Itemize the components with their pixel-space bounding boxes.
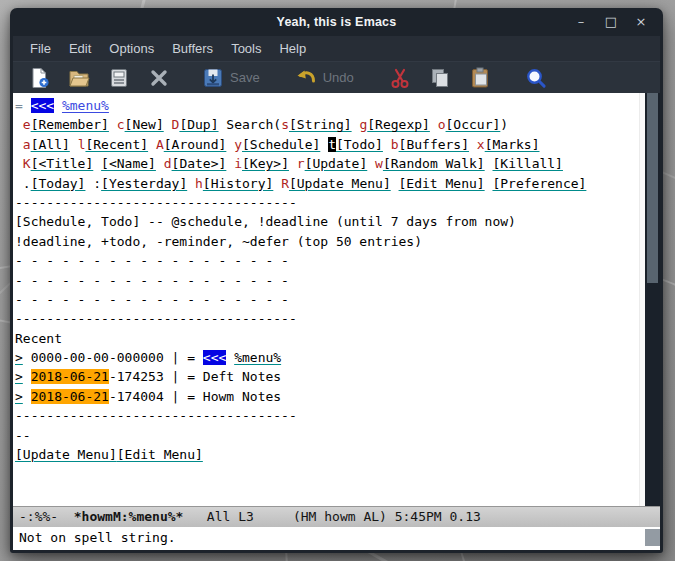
buffer-line: [Update Menu][Edit Menu] xyxy=(15,445,639,464)
shortcut-key: a xyxy=(23,137,31,152)
paste-button[interactable] xyxy=(464,64,496,92)
text-segment xyxy=(156,156,164,171)
text-segment xyxy=(391,176,399,191)
open-folder-button[interactable] xyxy=(63,64,95,92)
buffer-line: > 0000-00-00-000000 | = <<< %menu% xyxy=(15,348,639,367)
menu-link[interactable]: [String] xyxy=(289,117,352,132)
text-segment xyxy=(70,137,78,152)
menu-link[interactable]: [Date>] xyxy=(172,156,227,171)
scrollbar-thumb[interactable] xyxy=(647,93,658,283)
shortcut-key: w xyxy=(375,156,383,171)
cut-button[interactable] xyxy=(384,64,416,92)
text-segment xyxy=(15,156,23,171)
shortcut-key: e xyxy=(23,117,31,132)
menu-link[interactable]: [Random Walk] xyxy=(383,156,485,171)
menu-link[interactable]: [Update] xyxy=(305,156,368,171)
menu-link[interactable]: [Killall] xyxy=(493,156,563,171)
title-bar[interactable]: Yeah, this is Emacs – □ × xyxy=(13,8,660,36)
menu-buffers[interactable]: Buffers xyxy=(163,38,222,59)
menu-link[interactable]: [Edit Menu] xyxy=(117,447,203,462)
buffer-line: -- xyxy=(15,426,639,445)
close-button[interactable]: × xyxy=(630,12,652,32)
menu-link[interactable]: [Buffers] xyxy=(399,137,469,152)
menu-link[interactable]: > xyxy=(15,350,23,365)
menu-link[interactable]: [Today] xyxy=(31,176,86,191)
text-segment xyxy=(383,137,391,152)
buffer-line: !deadline, +todo, -reminder, ~defer (top… xyxy=(15,232,639,251)
menu-link[interactable]: [<Name] xyxy=(101,156,156,171)
shortcut-key: A xyxy=(156,137,164,152)
undo-label: Undo xyxy=(323,70,354,85)
menu-link[interactable]: [Occur] xyxy=(446,117,501,132)
file-cabinet-button[interactable] xyxy=(103,64,135,92)
modeline-coding: -:%%- xyxy=(19,509,74,524)
menu-link[interactable]: [Key>] xyxy=(242,156,289,171)
resize-grip[interactable] xyxy=(645,529,660,546)
emacs-window: Yeah, this is Emacs – □ × File Edit Opti… xyxy=(10,8,663,553)
paste-clipboard-icon xyxy=(468,66,492,90)
menu-link[interactable]: [<Title] xyxy=(31,156,94,171)
buffer-line: K[<Title] [<Name] d[Date>] i[Key>] r[Upd… xyxy=(15,154,639,173)
menu-link[interactable]: [New] xyxy=(125,117,164,132)
menu-link[interactable]: [Marks] xyxy=(485,137,540,152)
buffer-line: e[Remember] c[New] D[Dup] Search(s[Strin… xyxy=(15,115,639,134)
text-segment xyxy=(15,137,23,152)
menu-link[interactable]: [Yesterday] xyxy=(101,176,187,191)
text-segment xyxy=(430,117,438,132)
shortcut-key: r xyxy=(297,156,305,171)
search-button[interactable] xyxy=(520,64,552,92)
menu-link[interactable]: [Remember] xyxy=(31,117,109,132)
menu-link[interactable]: %menu% xyxy=(62,98,109,113)
scrollbar-track[interactable] xyxy=(645,93,660,506)
menu-link[interactable]: %menu% xyxy=(234,350,281,365)
text-segment: !deadline, +todo, -reminder, ~defer (top… xyxy=(15,234,422,249)
minimize-button[interactable]: – xyxy=(570,12,592,32)
shortcut-key: R xyxy=(281,176,289,191)
undo-icon xyxy=(294,66,318,90)
menu-help[interactable]: Help xyxy=(270,38,315,59)
menu-edit[interactable]: Edit xyxy=(60,38,100,59)
copy-button[interactable] xyxy=(424,64,456,92)
menu-link[interactable]: > xyxy=(15,389,23,404)
buffer-line: - - - - - - - - - - - - - - - - - - xyxy=(15,271,639,290)
menu-link[interactable]: [Update Menu] xyxy=(15,447,117,462)
menu-link[interactable]: [Edit Menu] xyxy=(399,176,485,191)
text-segment: -- xyxy=(15,428,31,443)
cut-scissors-icon xyxy=(388,66,412,90)
shortcut-key: s xyxy=(281,117,289,132)
menu-link[interactable]: [Update Menu] xyxy=(289,176,391,191)
text-segment xyxy=(109,117,117,132)
text-segment: [Schedule, Todo] -- @schedule, !deadline… xyxy=(15,214,516,229)
text-segment xyxy=(226,350,234,365)
menu-link[interactable]: [Preference] xyxy=(492,176,586,191)
text-segment: Recent xyxy=(15,331,62,346)
menu-link[interactable]: [Todo] xyxy=(336,137,383,152)
modeline-status: All L3 (HM howm AL) 5:45PM 0.13 xyxy=(183,509,480,524)
buffer-content[interactable]: = <<< %menu% e[Remember] c[New] D[Dup] S… xyxy=(13,93,639,506)
undo-button[interactable]: Undo xyxy=(290,64,358,92)
save-icon xyxy=(201,66,225,90)
close-buffer-button[interactable] xyxy=(143,64,175,92)
close-x-icon xyxy=(147,66,171,90)
menu-file[interactable]: File xyxy=(21,38,60,59)
menu-tools[interactable]: Tools xyxy=(222,38,270,59)
menu-link[interactable]: [All] xyxy=(31,137,70,152)
menu-link[interactable]: [Around] xyxy=(164,137,227,152)
menu-link[interactable]: [History] xyxy=(203,176,273,191)
menu-link[interactable]: [Schedule] xyxy=(242,137,320,152)
text-segment: 0000-00-00-000000 | = xyxy=(23,350,203,365)
buffer-line: - - - - - - - - - - - - - - - - - - xyxy=(15,251,639,270)
menu-link[interactable]: [Regexp] xyxy=(367,117,430,132)
maximize-button[interactable]: □ xyxy=(600,12,622,32)
text-segment: - - - - - - - - - - - - - - - - - - xyxy=(15,253,289,268)
shortcut-key: y xyxy=(234,137,242,152)
menu-link[interactable]: [Dup] xyxy=(179,117,218,132)
menu-link[interactable]: [Recent] xyxy=(85,137,148,152)
new-file-button[interactable] xyxy=(23,64,55,92)
save-button[interactable]: Save xyxy=(197,64,264,92)
menu-link[interactable]: > xyxy=(15,369,23,384)
text-segment: : xyxy=(85,176,101,191)
tool-bar: Save Undo xyxy=(13,61,660,93)
menu-options[interactable]: Options xyxy=(100,38,163,59)
text-segment xyxy=(469,137,477,152)
